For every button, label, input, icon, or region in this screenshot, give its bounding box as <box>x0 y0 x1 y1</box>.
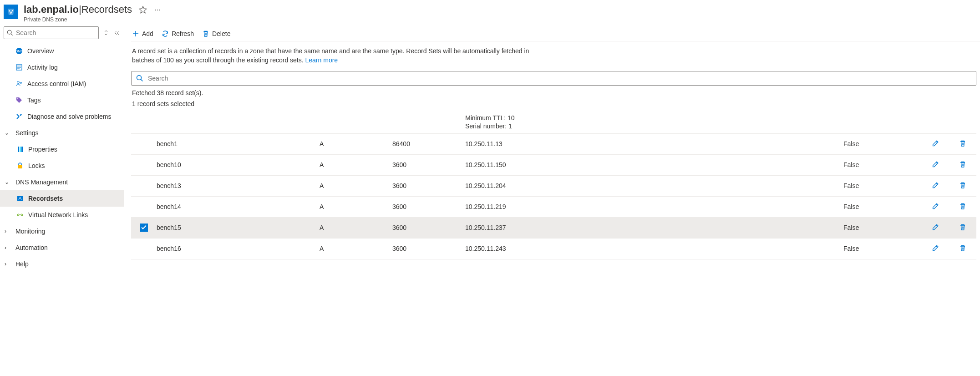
row-checkbox[interactable] <box>140 203 148 211</box>
cell-auto: False <box>840 221 922 234</box>
svg-point-6 <box>17 98 18 99</box>
delete-row-button[interactable] <box>959 182 966 190</box>
delete-label: Delete <box>212 30 230 37</box>
sidebar-item-overview[interactable]: DNSOverview <box>0 43 124 59</box>
edit-button[interactable] <box>932 182 939 190</box>
delete-button[interactable]: Delete <box>202 30 230 37</box>
search-icon <box>7 30 13 36</box>
sidebar-item-access-control-iam-[interactable]: Access control (IAM) <box>0 76 124 92</box>
edit-button[interactable] <box>932 203 939 211</box>
cell-type: A <box>316 137 389 150</box>
sidebar-collapse-button[interactable] <box>113 29 121 36</box>
row-checkbox[interactable] <box>140 161 148 169</box>
page-subtitle: Private DNS zone <box>24 16 132 23</box>
sidebar-item-recordsets[interactable]: Recordsets <box>0 190 124 207</box>
edit-button[interactable] <box>932 244 939 253</box>
cell-ttl: 3600 <box>389 200 462 213</box>
table-row[interactable]: bench10A360010.250.11.150False <box>131 155 976 176</box>
tags-icon <box>15 97 23 104</box>
delete-row-button[interactable] <box>959 224 966 232</box>
delete-row-button[interactable] <box>959 244 966 253</box>
sidebar-item-label: Virtual Network Links <box>28 211 119 218</box>
properties-icon <box>16 146 24 153</box>
learn-more-link[interactable]: Learn more <box>305 56 338 64</box>
cell-type: A <box>316 242 389 255</box>
sidebar-group-monitoring[interactable]: ›Monitoring <box>0 223 124 239</box>
fetched-status: Fetched 38 record set(s). <box>131 88 980 97</box>
sidebar-search-input[interactable] <box>13 29 98 36</box>
table-row[interactable]: bench1A8640010.250.11.13False <box>131 134 976 155</box>
row-checkbox[interactable] <box>140 244 148 253</box>
table-row[interactable]: bench15A360010.250.11.237False <box>131 218 976 239</box>
cell-auto: False <box>840 179 922 192</box>
more-actions-button[interactable]: ⋯ <box>153 5 162 15</box>
sidebar-updown-button[interactable] <box>102 29 110 36</box>
records-search[interactable] <box>131 71 976 86</box>
add-label: Add <box>142 30 153 37</box>
sidebar-group-help[interactable]: ›Help <box>0 256 124 272</box>
edit-button[interactable] <box>932 224 939 232</box>
row-checkbox[interactable] <box>140 224 148 232</box>
sidebar-item-activity-log[interactable]: Activity log <box>0 59 124 76</box>
records-search-input[interactable] <box>143 75 976 82</box>
sidebar-group-automation[interactable]: ›Automation <box>0 239 124 256</box>
dns-zone-icon <box>4 5 18 19</box>
cell-ttl: 3600 <box>389 221 462 234</box>
table-row[interactable]: bench13A360010.250.11.204False <box>131 176 976 197</box>
edit-button[interactable] <box>932 161 939 169</box>
cell-auto: False <box>840 158 922 171</box>
cell-auto: False <box>840 242 922 255</box>
table-row[interactable]: Minimum TTL: 10 Serial number: 1 <box>131 111 976 133</box>
refresh-button[interactable]: Refresh <box>162 30 194 37</box>
chevron-icon: ⌄ <box>5 130 11 136</box>
cell-value: 10.250.11.243 <box>462 242 840 255</box>
svg-rect-11 <box>18 165 22 168</box>
activity-icon <box>15 64 23 71</box>
sidebar-item-virtual-network-links[interactable]: Virtual Network Links <box>0 207 124 223</box>
chevron-icon: › <box>5 261 11 267</box>
sidebar-item-locks[interactable]: Locks <box>0 158 124 174</box>
refresh-icon <box>162 30 169 37</box>
delete-row-button[interactable] <box>959 140 966 148</box>
sidebar-item-label: Locks <box>28 162 119 169</box>
cell-type: A <box>316 179 389 192</box>
sidebar-item-label: Access control (IAM) <box>27 80 119 87</box>
cell-name: bench16 <box>157 242 316 255</box>
page-title: lab.enpal.io | Recordsets <box>24 4 132 15</box>
svg-rect-12 <box>17 196 23 201</box>
favorite-button[interactable] <box>138 5 147 15</box>
sidebar-group-settings[interactable]: ⌄Settings <box>0 125 124 141</box>
svg-point-14 <box>21 214 23 216</box>
title-zone-name: lab.enpal.io <box>24 4 79 15</box>
sidebar-item-label: Automation <box>15 244 119 251</box>
sidebar-item-label: DNS Management <box>15 178 119 186</box>
content-panel: Add Refresh Delete A record set is a col… <box>127 25 980 376</box>
table-row[interactable]: bench16A360010.250.11.243False <box>131 239 976 259</box>
cell-value: 10.250.11.204 <box>462 179 840 192</box>
delete-row-button[interactable] <box>959 203 966 211</box>
delete-row-button[interactable] <box>959 161 966 169</box>
sidebar-item-properties[interactable]: Properties <box>0 141 124 158</box>
edit-button[interactable] <box>932 140 939 148</box>
svg-point-5 <box>20 82 22 84</box>
sidebar-item-label: Tags <box>27 97 119 104</box>
sidebar-group-dns-management[interactable]: ⌄DNS Management <box>0 174 124 190</box>
add-button[interactable]: Add <box>132 30 153 37</box>
sidebar-item-tags[interactable]: Tags <box>0 92 124 108</box>
refresh-label: Refresh <box>172 30 194 37</box>
cell-name: bench15 <box>157 221 316 234</box>
sidebar-item-diagnose-and-solve-problems[interactable]: Diagnose and solve problems <box>0 108 124 125</box>
table-row[interactable]: bench14A360010.250.11.219False <box>131 197 976 218</box>
cell-name: bench1 <box>157 137 316 150</box>
row-checkbox[interactable] <box>140 140 148 148</box>
sidebar-item-label: Help <box>15 260 119 268</box>
records-grid[interactable]: Minimum TTL: 10 Serial number: 1 bench1A… <box>131 111 976 376</box>
svg-point-4 <box>17 81 20 84</box>
sidebar-search[interactable] <box>4 26 99 39</box>
sidebar-item-label: Overview <box>27 47 119 55</box>
sidebar-item-label: Monitoring <box>15 228 119 235</box>
cell-name: bench13 <box>157 179 316 192</box>
row-checkbox[interactable] <box>140 182 148 190</box>
sidebar-item-label: Properties <box>28 146 119 153</box>
cell-ttl: 3600 <box>389 242 462 255</box>
